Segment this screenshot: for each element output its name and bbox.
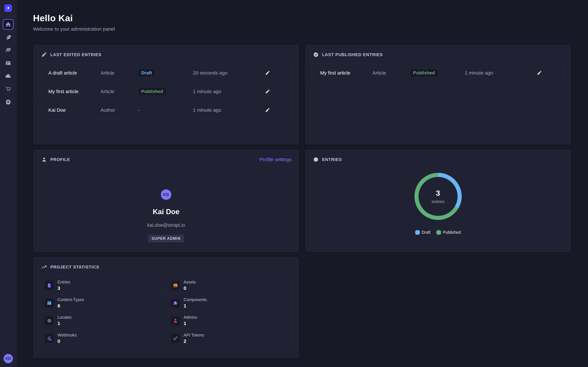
cloud-icon	[5, 73, 11, 79]
donut-center: 3 entries	[414, 172, 463, 221]
entries-donut-chart: 3 entries	[414, 172, 463, 221]
panel-header: LAST EDITED ENTRIES	[41, 52, 292, 58]
status-badge: Published	[410, 69, 438, 77]
sidebar-item-content-manager[interactable]	[3, 32, 14, 43]
stat-label: Components	[184, 297, 207, 302]
stat-value: 1	[184, 321, 197, 326]
main-content: Hello Kai Welcome to your administration…	[17, 0, 588, 367]
entry-type: Author	[101, 107, 138, 113]
cube-icon	[313, 157, 319, 162]
profile-role-badge: SUPER ADMIN	[148, 235, 184, 242]
stat-value: 6	[58, 303, 84, 309]
feather-icon	[5, 34, 11, 41]
profile-body: KD Kai Doe kai.doe@strapi.io SUPER ADMIN	[33, 162, 299, 242]
panel-entries: ENTRIES 3 entries DraftPublished	[305, 150, 571, 252]
edit-entry-button[interactable]	[536, 69, 543, 76]
file-icon	[45, 281, 54, 290]
chart-legend: DraftPublished	[305, 230, 571, 235]
entry-name: My first article	[320, 70, 372, 76]
entry-name: A draft article	[48, 70, 101, 76]
entries-count: 3	[436, 189, 440, 198]
entry-updated-time: 20 seconds ago	[193, 70, 264, 76]
user-avatar[interactable]: KD	[4, 354, 13, 363]
sidebar-item-settings[interactable]	[3, 96, 14, 107]
entry-status: Published	[138, 87, 193, 96]
admin-icon	[171, 316, 180, 325]
last-edited-table: A draft article Article Draft 20 seconds…	[40, 63, 292, 120]
strapi-logo-icon	[4, 4, 12, 12]
pencil-icon	[265, 108, 270, 113]
profile-email: kai.doe@strapi.io	[147, 222, 185, 228]
puzzle-icon	[171, 299, 180, 308]
stat-value: 3	[58, 285, 70, 291]
page-header: Hello Kai Welcome to your administration…	[33, 13, 571, 32]
stat-item-webhooks: Webhooks 0	[40, 329, 166, 347]
stat-item-entries: Entries 3	[40, 277, 166, 294]
entry-status: -	[138, 107, 193, 113]
legend-swatch	[436, 230, 441, 235]
entry-type: Article	[101, 70, 138, 76]
last-published-table: My first article Article Published 1 min…	[312, 63, 564, 82]
entry-updated-time: 1 minute ago	[193, 89, 264, 94]
home-icon	[5, 21, 11, 28]
legend-item-draft: Draft	[415, 230, 431, 235]
gear-icon	[5, 99, 11, 105]
legend-item-published: Published	[436, 230, 461, 235]
stat-item-assets: Assets 0	[166, 277, 292, 294]
sidebar-item-cloud[interactable]	[3, 71, 14, 81]
stat-item-api-tokens: API Tokens 2	[166, 329, 292, 347]
stat-value: 1	[58, 321, 71, 326]
panel-last-edited-entries: LAST EDITED ENTRIES A draft article Arti…	[33, 44, 299, 144]
entry-name: Kai Doe	[48, 107, 101, 113]
table-row: A draft article Article Draft 20 seconds…	[40, 64, 292, 82]
legend-label: Draft	[422, 230, 431, 235]
panel-profile: PROFILE Profile settings KD Kai Doe kai.…	[33, 150, 299, 252]
entry-status: Published	[410, 69, 465, 77]
sidebar-item-content-type-builder[interactable]	[3, 58, 14, 68]
panel-title: LAST EDITED ENTRIES	[50, 52, 101, 57]
panel-header: ENTRIES	[313, 157, 564, 162]
stat-label: Locales	[58, 315, 71, 320]
edit-entry-button[interactable]	[264, 69, 271, 76]
stat-item-admins: Admins 1	[166, 312, 292, 329]
sidebar-item-marketplace[interactable]	[3, 83, 14, 94]
stat-value: 0	[58, 338, 77, 344]
entry-status: Draft	[138, 69, 193, 77]
panel-title: ENTRIES	[322, 157, 342, 162]
stat-value: 2	[184, 338, 204, 344]
stat-label: Assets	[184, 280, 196, 284]
entry-type: Article	[101, 89, 138, 94]
page-title: Hello Kai	[33, 13, 571, 23]
key-icon	[171, 334, 180, 343]
profile-name: Kai Doe	[153, 208, 180, 216]
profile-settings-link[interactable]: Profile settings	[259, 157, 292, 162]
legend-swatch	[415, 230, 420, 235]
status-badge: Draft	[138, 69, 155, 77]
sidebar-item-media-library[interactable]	[3, 45, 14, 56]
status-badge: Published	[138, 87, 166, 96]
stat-label: Entries	[58, 280, 70, 284]
sidebar: KD	[0, 0, 17, 367]
stat-label: Admins	[184, 315, 197, 320]
check-circle-icon	[313, 52, 319, 58]
page-subtitle: Welcome to your administration panel	[33, 26, 571, 32]
edit-entry-button[interactable]	[264, 107, 271, 114]
person-icon	[41, 157, 47, 162]
panel-title: PROJECT STATISTICS	[50, 265, 99, 270]
stat-item-components: Components 1	[166, 294, 292, 312]
window-icon	[45, 299, 54, 308]
sidebar-item-home[interactable]	[3, 19, 14, 30]
pencil-icon	[265, 89, 270, 94]
entries-count-label: entries	[432, 199, 444, 204]
legend-label: Published	[443, 230, 461, 235]
edit-entry-button[interactable]	[264, 88, 271, 95]
table-row: My first article Article Published 1 min…	[312, 64, 564, 82]
table-row: My first article Article Published 1 min…	[40, 82, 292, 101]
picture-icon	[171, 281, 180, 290]
stat-item-locales: Locales 1	[40, 312, 166, 329]
globe-icon	[45, 316, 54, 325]
sidebar-nav	[0, 19, 16, 109]
panel-header: LAST PUBLISHED ENTRIES	[313, 52, 564, 58]
stat-label: API Tokens	[184, 333, 204, 337]
profile-avatar: KD	[161, 189, 171, 200]
